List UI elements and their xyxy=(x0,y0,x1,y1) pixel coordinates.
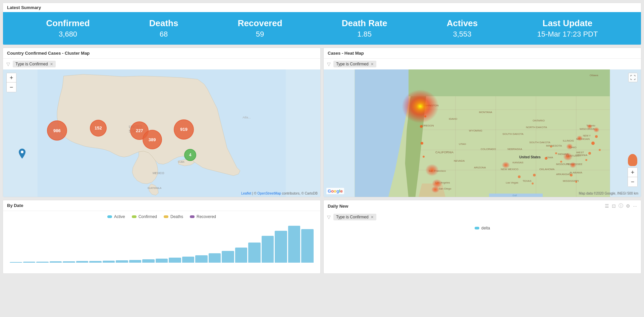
delta-legend-label: delta xyxy=(481,226,490,230)
daily-new-menu-icon[interactable]: ☰ xyxy=(605,203,609,209)
daily-new-filter-row: ▽ Type is Confirmed ✕ xyxy=(324,212,641,222)
daily-new-filter-icon[interactable]: ⚙ xyxy=(626,203,630,209)
cluster-circle-5[interactable]: 4 xyxy=(184,149,196,161)
cluster-zoom-out[interactable]: − xyxy=(7,83,16,92)
heat-map-panel: Cases - Heat Map ▽ Type is Confirmed ✕ xyxy=(323,48,641,197)
svg-text:TEXAS: TEXAS xyxy=(523,179,531,182)
latest-summary-panel: Latest Summary Confirmed 3,680 Deaths 68… xyxy=(3,3,641,45)
stat-label: Recovered xyxy=(238,18,282,29)
svg-text:ARKANSAS: ARKANSAS xyxy=(556,173,571,176)
daily-new-icons: ☰ ⊡ ⓘ ⚙ ··· xyxy=(605,203,637,209)
svg-text:NORTH DAKOTA: NORTH DAKOTA xyxy=(526,126,547,129)
legend-dot xyxy=(190,215,195,218)
map-pin-marker xyxy=(19,149,25,160)
chart-bar-21 xyxy=(288,226,301,263)
svg-text:GUATEMALA: GUATEMALA xyxy=(148,187,162,189)
heat-map-filter-row: ▽ Type is Confirmed ✕ xyxy=(324,59,641,69)
svg-point-7 xyxy=(21,151,23,153)
heat-filter-close[interactable]: ✕ xyxy=(371,62,374,66)
heat-filter-tag[interactable]: Type is Confirmed ✕ xyxy=(333,61,376,67)
legend-dot xyxy=(164,215,168,218)
cluster-circle-3[interactable]: 919 xyxy=(174,119,194,140)
legend-item-deaths: Deaths xyxy=(164,214,183,219)
heat-zoom-controls: + − xyxy=(628,167,638,187)
stat-item-death-rate: Death Rate 1.85 xyxy=(342,18,387,39)
svg-text:Ottawa: Ottawa xyxy=(590,74,598,77)
heat-zoom-out[interactable]: − xyxy=(628,177,637,187)
daily-new-filter-funnel: ▽ xyxy=(327,214,331,220)
heat-filter-label: Type is Confirmed xyxy=(336,62,369,66)
daily-new-filter-close[interactable]: ✕ xyxy=(371,215,374,219)
svg-point-57 xyxy=(563,153,573,161)
fullscreen-icon xyxy=(631,75,635,80)
stat-item-recovered: Recovered 59 xyxy=(238,18,282,39)
chart-bar-11 xyxy=(156,259,168,263)
svg-point-72 xyxy=(595,135,598,138)
daily-new-more-icon[interactable]: ··· xyxy=(633,203,637,209)
cluster-map-panel: Country Confirmed Cases - Cluster Map ▽ … xyxy=(3,48,321,197)
delta-legend-dot xyxy=(475,227,479,229)
cluster-circle-1[interactable]: 152 xyxy=(90,120,107,137)
svg-text:United States: United States xyxy=(519,155,541,159)
chart-bar-7 xyxy=(103,261,115,263)
svg-text:MONTANA: MONTANA xyxy=(479,111,492,114)
legend-dot xyxy=(132,215,137,218)
daily-new-info-icon[interactable]: ⓘ xyxy=(619,203,623,209)
cluster-zoom-in[interactable]: + xyxy=(7,73,16,83)
chart-bar-22 xyxy=(301,229,314,263)
stat-label: Last Update xyxy=(537,18,598,29)
osm-link[interactable]: OpenStreetMap xyxy=(257,192,281,195)
svg-point-53 xyxy=(425,164,439,176)
cluster-map-attribution: Leaflet | © OpenStreetMap contributors, … xyxy=(241,192,318,195)
google-logo: Google xyxy=(326,188,344,194)
svg-text:MEXICO: MEXICO xyxy=(153,171,164,175)
cluster-circle-0[interactable]: 986 xyxy=(47,120,67,141)
cluster-map-bg: UNITED STATES MEXICO CUBA GUATEMALA Atla… xyxy=(3,69,320,197)
svg-text:SOUTH DAKOTA: SOUTH DAKOTA xyxy=(502,133,524,136)
cluster-filter-label: Type is Confirmed xyxy=(15,62,48,66)
svg-text:IDAHO: IDAHO xyxy=(449,117,457,120)
stat-item-deaths: Deaths 68 xyxy=(149,18,178,39)
legend-label: Recovered xyxy=(197,214,216,219)
chart-bar-20 xyxy=(275,231,287,263)
by-date-legend: Active Confirmed Deaths Recovered xyxy=(3,211,320,222)
daily-new-camera-icon[interactable]: ⊡ xyxy=(612,203,616,209)
by-date-panel: By Date Active Confirmed Deaths Recovere… xyxy=(3,200,321,274)
svg-text:San Diego: San Diego xyxy=(439,187,451,190)
svg-point-52 xyxy=(402,90,439,123)
stat-item-confirmed: Confirmed 3,680 xyxy=(46,18,90,39)
legend-item-recovered: Recovered xyxy=(190,214,216,219)
heat-zoom-in[interactable]: + xyxy=(628,168,637,177)
cluster-circle-4[interactable]: 389 xyxy=(143,130,162,149)
bottom-row: By Date Active Confirmed Deaths Recovere… xyxy=(3,200,641,274)
cluster-map-title: Country Confirmed Cases - Cluster Map xyxy=(3,48,320,59)
svg-point-59 xyxy=(570,162,576,168)
daily-new-filter-tag[interactable]: Type is Confirmed ✕ xyxy=(333,214,376,220)
by-date-title: By Date xyxy=(3,200,320,211)
chart-bar-3 xyxy=(50,261,62,263)
svg-point-60 xyxy=(577,136,583,141)
svg-point-55 xyxy=(431,186,439,193)
stat-value: 3,553 xyxy=(447,30,478,39)
stat-item-actives: Actives 3,553 xyxy=(447,18,478,39)
svg-text:SOUTH DAKOTA: SOUTH DAKOTA xyxy=(529,141,550,144)
svg-point-56 xyxy=(502,162,510,168)
cluster-filter-tag[interactable]: Type is Confirmed ✕ xyxy=(13,61,56,67)
heat-map-fullscreen[interactable] xyxy=(628,73,638,82)
stat-value: 1.85 xyxy=(342,30,387,39)
chart-bar-13 xyxy=(182,257,195,263)
svg-point-80 xyxy=(575,181,577,183)
svg-point-79 xyxy=(570,174,573,176)
cluster-filter-close[interactable]: ✕ xyxy=(50,62,53,66)
svg-point-62 xyxy=(587,124,592,129)
svg-text:NEW MEXICO: NEW MEXICO xyxy=(501,168,518,171)
leaflet-link[interactable]: Leaflet xyxy=(241,192,251,195)
svg-point-76 xyxy=(518,175,521,178)
daily-new-title: Daily New xyxy=(328,204,348,209)
svg-text:NEVADA: NEVADA xyxy=(454,159,465,162)
svg-text:COLORADO: COLORADO xyxy=(481,148,496,151)
cluster-map-container: UNITED STATES MEXICO CUBA GUATEMALA Atla… xyxy=(3,69,320,197)
pegman-icon[interactable] xyxy=(628,154,637,166)
svg-text:ONTARIO: ONTARIO xyxy=(533,119,545,122)
svg-point-68 xyxy=(555,152,557,154)
